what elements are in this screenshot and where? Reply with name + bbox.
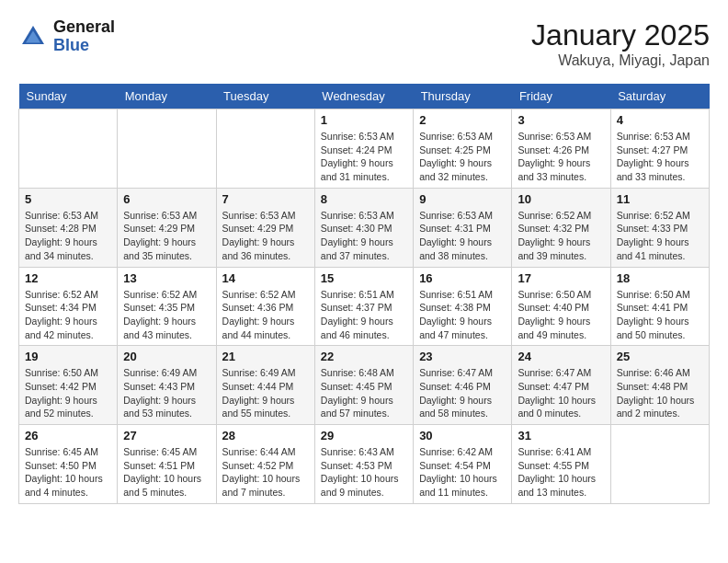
day-number: 14 — [222, 271, 309, 285]
day-number: 27 — [123, 429, 210, 442]
week-row-3: 12Sunrise: 6:52 AM Sunset: 4:34 PM Dayli… — [19, 267, 710, 346]
calendar-cell: 6Sunrise: 6:53 AM Sunset: 4:29 PM Daylig… — [118, 188, 216, 267]
day-number: 16 — [419, 271, 506, 285]
calendar-cell: 28Sunrise: 6:44 AM Sunset: 4:52 PM Dayli… — [216, 425, 314, 504]
calendar-cell: 5Sunrise: 6:53 AM Sunset: 4:28 PM Daylig… — [19, 188, 118, 267]
calendar-cell — [118, 109, 216, 189]
month-title: January 2025 — [531, 18, 710, 52]
day-number: 4 — [617, 113, 703, 127]
logo-general-text: General — [53, 18, 115, 37]
day-info: Sunrise: 6:52 AM Sunset: 4:33 PM Dayligh… — [617, 209, 703, 263]
day-number: 20 — [123, 350, 210, 363]
day-number: 2 — [419, 113, 506, 127]
day-info: Sunrise: 6:44 AM Sunset: 4:52 PM Dayligh… — [222, 445, 309, 500]
day-info: Sunrise: 6:53 AM Sunset: 4:28 PM Dayligh… — [25, 209, 111, 263]
weekday-saturday: Saturday — [610, 84, 709, 109]
day-number: 7 — [222, 192, 309, 206]
calendar-cell: 20Sunrise: 6:49 AM Sunset: 4:43 PM Dayli… — [118, 346, 216, 425]
logo: General Blue — [18, 18, 115, 55]
day-number: 9 — [419, 192, 506, 206]
day-info: Sunrise: 6:49 AM Sunset: 4:43 PM Dayligh… — [123, 366, 210, 420]
weekday-tuesday: Tuesday — [216, 84, 314, 109]
calendar-cell: 26Sunrise: 6:45 AM Sunset: 4:50 PM Dayli… — [19, 425, 118, 504]
day-number: 3 — [518, 113, 604, 127]
weekday-friday: Friday — [512, 84, 610, 109]
day-number: 30 — [419, 429, 506, 442]
day-info: Sunrise: 6:53 AM Sunset: 4:29 PM Dayligh… — [123, 209, 210, 263]
calendar-cell: 14Sunrise: 6:52 AM Sunset: 4:36 PM Dayli… — [216, 267, 314, 346]
calendar-cell: 3Sunrise: 6:53 AM Sunset: 4:26 PM Daylig… — [512, 109, 610, 189]
calendar-cell: 16Sunrise: 6:51 AM Sunset: 4:38 PM Dayli… — [414, 267, 512, 346]
calendar-cell: 4Sunrise: 6:53 AM Sunset: 4:27 PM Daylig… — [610, 109, 709, 189]
calendar-cell: 22Sunrise: 6:48 AM Sunset: 4:45 PM Dayli… — [314, 346, 413, 425]
calendar-cell: 25Sunrise: 6:46 AM Sunset: 4:48 PM Dayli… — [610, 346, 709, 425]
day-number: 6 — [123, 192, 210, 206]
day-info: Sunrise: 6:50 AM Sunset: 4:42 PM Dayligh… — [25, 366, 111, 420]
calendar-cell — [216, 109, 314, 189]
logo-icon — [18, 22, 48, 52]
day-info: Sunrise: 6:50 AM Sunset: 4:41 PM Dayligh… — [617, 288, 703, 342]
calendar-cell: 23Sunrise: 6:47 AM Sunset: 4:46 PM Dayli… — [414, 346, 512, 425]
weekday-sunday: Sunday — [19, 84, 118, 109]
day-number: 31 — [518, 429, 604, 442]
calendar-cell: 12Sunrise: 6:52 AM Sunset: 4:34 PM Dayli… — [19, 267, 118, 346]
day-info: Sunrise: 6:49 AM Sunset: 4:44 PM Dayligh… — [222, 366, 309, 420]
calendar-cell: 15Sunrise: 6:51 AM Sunset: 4:37 PM Dayli… — [314, 267, 413, 346]
day-number: 8 — [321, 192, 407, 206]
day-info: Sunrise: 6:45 AM Sunset: 4:50 PM Dayligh… — [25, 445, 111, 500]
calendar-cell: 27Sunrise: 6:45 AM Sunset: 4:51 PM Dayli… — [118, 425, 216, 504]
title-area: January 2025 Wakuya, Miyagi, Japan — [531, 18, 710, 69]
day-number: 24 — [518, 350, 604, 363]
day-info: Sunrise: 6:45 AM Sunset: 4:51 PM Dayligh… — [123, 445, 210, 500]
day-number: 29 — [321, 429, 407, 442]
day-number: 10 — [518, 192, 604, 206]
logo-blue-text: Blue — [53, 37, 115, 55]
day-info: Sunrise: 6:46 AM Sunset: 4:48 PM Dayligh… — [617, 366, 703, 420]
day-number: 15 — [321, 271, 407, 285]
day-info: Sunrise: 6:53 AM Sunset: 4:26 PM Dayligh… — [518, 130, 604, 184]
day-info: Sunrise: 6:53 AM Sunset: 4:30 PM Dayligh… — [321, 209, 407, 263]
calendar-cell: 17Sunrise: 6:50 AM Sunset: 4:40 PM Dayli… — [512, 267, 610, 346]
calendar-cell — [19, 109, 118, 189]
calendar-cell: 30Sunrise: 6:42 AM Sunset: 4:54 PM Dayli… — [414, 425, 512, 504]
calendar-cell: 1Sunrise: 6:53 AM Sunset: 4:24 PM Daylig… — [314, 109, 413, 189]
weekday-monday: Monday — [118, 84, 216, 109]
calendar-cell: 2Sunrise: 6:53 AM Sunset: 4:25 PM Daylig… — [414, 109, 512, 189]
calendar-cell: 11Sunrise: 6:52 AM Sunset: 4:33 PM Dayli… — [610, 188, 709, 267]
calendar-cell: 24Sunrise: 6:47 AM Sunset: 4:47 PM Dayli… — [512, 346, 610, 425]
day-info: Sunrise: 6:47 AM Sunset: 4:46 PM Dayligh… — [419, 366, 506, 420]
day-info: Sunrise: 6:53 AM Sunset: 4:25 PM Dayligh… — [419, 130, 506, 184]
day-info: Sunrise: 6:52 AM Sunset: 4:36 PM Dayligh… — [222, 288, 309, 342]
calendar-cell: 7Sunrise: 6:53 AM Sunset: 4:29 PM Daylig… — [216, 188, 314, 267]
calendar-cell: 21Sunrise: 6:49 AM Sunset: 4:44 PM Dayli… — [216, 346, 314, 425]
day-number: 28 — [222, 429, 309, 442]
day-info: Sunrise: 6:41 AM Sunset: 4:55 PM Dayligh… — [518, 445, 604, 500]
week-row-1: 1Sunrise: 6:53 AM Sunset: 4:24 PM Daylig… — [19, 109, 710, 189]
calendar-cell: 8Sunrise: 6:53 AM Sunset: 4:30 PM Daylig… — [314, 188, 413, 267]
day-info: Sunrise: 6:48 AM Sunset: 4:45 PM Dayligh… — [321, 366, 407, 420]
day-info: Sunrise: 6:53 AM Sunset: 4:24 PM Dayligh… — [321, 130, 407, 184]
day-info: Sunrise: 6:52 AM Sunset: 4:32 PM Dayligh… — [518, 209, 604, 263]
day-info: Sunrise: 6:53 AM Sunset: 4:27 PM Dayligh… — [617, 130, 703, 184]
day-number: 1 — [321, 113, 407, 127]
weekday-header-row: SundayMondayTuesdayWednesdayThursdayFrid… — [19, 84, 710, 109]
day-number: 26 — [25, 429, 111, 442]
day-number: 21 — [222, 350, 309, 363]
day-info: Sunrise: 6:51 AM Sunset: 4:38 PM Dayligh… — [419, 288, 506, 342]
calendar-cell — [610, 425, 709, 504]
weekday-wednesday: Wednesday — [314, 84, 413, 109]
day-number: 23 — [419, 350, 506, 363]
day-info: Sunrise: 6:52 AM Sunset: 4:35 PM Dayligh… — [123, 288, 210, 342]
calendar-cell: 13Sunrise: 6:52 AM Sunset: 4:35 PM Dayli… — [118, 267, 216, 346]
calendar-cell: 19Sunrise: 6:50 AM Sunset: 4:42 PM Dayli… — [19, 346, 118, 425]
location-title: Wakuya, Miyagi, Japan — [531, 52, 710, 69]
day-info: Sunrise: 6:51 AM Sunset: 4:37 PM Dayligh… — [321, 288, 407, 342]
day-number: 11 — [617, 192, 703, 206]
day-number: 13 — [123, 271, 210, 285]
day-number: 18 — [617, 271, 703, 285]
day-info: Sunrise: 6:53 AM Sunset: 4:31 PM Dayligh… — [419, 209, 506, 263]
week-row-4: 19Sunrise: 6:50 AM Sunset: 4:42 PM Dayli… — [19, 346, 710, 425]
week-row-5: 26Sunrise: 6:45 AM Sunset: 4:50 PM Dayli… — [19, 425, 710, 504]
logo-text: General Blue — [53, 18, 115, 55]
day-info: Sunrise: 6:53 AM Sunset: 4:29 PM Dayligh… — [222, 209, 309, 263]
